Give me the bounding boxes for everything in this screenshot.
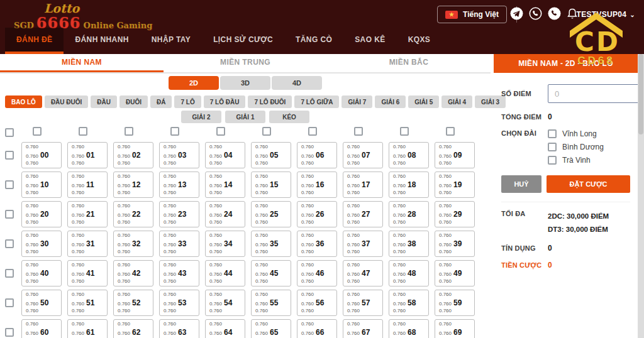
number-cell-43[interactable]: 0.7600.760430.760 (159, 260, 199, 286)
language-selector-button[interactable]: ★ Tiếng Việt (437, 6, 507, 23)
row-checkbox-6[interactable] (5, 328, 14, 337)
number-cell-60[interactable]: 0.7600.760600.760 (21, 319, 62, 338)
number-cell-04[interactable]: 0.7600.760040.760 (205, 142, 245, 168)
number-cell-35[interactable]: 0.7600.760350.760 (251, 231, 291, 257)
bet-type-7-lô-giữa[interactable]: 7 LÔ GIỮA (294, 95, 339, 108)
dim-button-2d[interactable]: 2D (169, 76, 219, 90)
row-checkbox-3[interactable] (5, 239, 14, 248)
number-cell-22[interactable]: 0.7600.760220.760 (113, 201, 153, 227)
number-cell-33[interactable]: 0.7600.760330.760 (159, 231, 199, 257)
bet-type-7-lô[interactable]: 7 LÔ (174, 95, 201, 108)
bet-type-đầu-đuôi[interactable]: ĐẦU ĐUÔI (45, 95, 88, 108)
bet-type-giải-2[interactable]: GIẢI 2 (181, 111, 221, 123)
nav-tab-lịch-sử-cược[interactable]: LỊCH SỬ CƯỢC (202, 28, 284, 54)
number-cell-67[interactable]: 0.7600.760670.760 (343, 319, 383, 338)
row-checkbox-1[interactable] (5, 180, 14, 189)
number-cell-52[interactable]: 0.7600.760520.760 (113, 290, 153, 316)
nav-tab-sao-kê[interactable]: SAO KÊ (343, 28, 396, 54)
station-checkbox-trà-vinh[interactable] (548, 156, 557, 165)
number-cell-47[interactable]: 0.7600.760470.760 (343, 260, 383, 286)
region-tab-miền-bắc[interactable]: MIỀN BẮC (327, 54, 491, 72)
page-scrollbar[interactable] (638, 54, 644, 338)
number-cell-51[interactable]: 0.7600.760510.760 (67, 290, 108, 316)
row-checkbox-0[interactable] (5, 151, 14, 160)
station-checkbox-vĩnh-long[interactable] (548, 129, 557, 138)
column-checkbox-4[interactable] (216, 127, 225, 136)
bet-type-bao-lô[interactable]: BAO LÔ (5, 95, 42, 108)
viber-icon[interactable] (529, 7, 542, 20)
number-cell-64[interactable]: 0.7600.760640.760 (205, 319, 245, 338)
number-cell-24[interactable]: 0.7600.760240.760 (205, 201, 245, 227)
number-cell-69[interactable]: 0.7600.760690.760 (435, 319, 475, 338)
nav-tab-tăng-cò[interactable]: TĂNG CÒ (284, 28, 343, 54)
number-cell-40[interactable]: 0.7600.760400.760 (21, 260, 62, 286)
number-cell-19[interactable]: 0.7600.760190.760 (435, 172, 475, 198)
whatsapp-icon[interactable] (548, 7, 561, 20)
number-cell-57[interactable]: 0.7600.760570.760 (343, 290, 383, 316)
row-checkbox-4[interactable] (5, 269, 14, 278)
bet-type-giải-5[interactable]: GIẢI 5 (408, 95, 439, 108)
number-cell-27[interactable]: 0.7600.760270.760 (343, 201, 383, 227)
number-cell-58[interactable]: 0.7600.760580.760 (389, 290, 429, 316)
dim-button-4d[interactable]: 4D (272, 76, 322, 90)
telegram-icon[interactable] (510, 7, 523, 20)
number-cell-08[interactable]: 0.7600.760080.760 (389, 142, 429, 168)
number-cell-09[interactable]: 0.7600.760090.760 (435, 142, 475, 168)
bet-type-giải-7[interactable]: GIẢI 7 (341, 95, 372, 108)
station-checkbox-bình-dương[interactable] (548, 143, 557, 151)
bet-type-đuôi[interactable]: ĐUÔI (119, 95, 148, 108)
dim-button-3d[interactable]: 3D (220, 76, 270, 90)
number-cell-45[interactable]: 0.7600.760450.760 (251, 260, 291, 286)
number-cell-49[interactable]: 0.7600.760490.760 (435, 260, 475, 286)
number-cell-62[interactable]: 0.7600.760620.760 (113, 319, 153, 338)
number-cell-31[interactable]: 0.7600.760310.760 (67, 231, 108, 257)
number-cell-23[interactable]: 0.7600.760230.760 (159, 201, 199, 227)
number-cell-38[interactable]: 0.7600.760380.760 (389, 231, 429, 257)
column-checkbox-8[interactable] (400, 127, 409, 136)
nav-tab-đánh-nhanh[interactable]: ĐÁNH NHANH (64, 28, 140, 54)
number-cell-00[interactable]: 0.7600.760000.760 (21, 142, 62, 168)
number-cell-55[interactable]: 0.7600.760550.760 (251, 290, 291, 316)
bet-type-kéo[interactable]: KÉO (269, 111, 309, 123)
bet-type-giải-4[interactable]: GIẢI 4 (441, 95, 472, 108)
number-cell-16[interactable]: 0.7600.760160.760 (297, 172, 337, 198)
number-cell-44[interactable]: 0.7600.760440.760 (205, 260, 245, 286)
number-cell-30[interactable]: 0.7600.760300.760 (21, 231, 62, 257)
number-cell-59[interactable]: 0.7600.760590.760 (435, 290, 475, 316)
number-cell-53[interactable]: 0.7600.760530.760 (159, 290, 199, 316)
column-checkbox-5[interactable] (262, 127, 271, 136)
number-cell-32[interactable]: 0.7600.760320.760 (113, 231, 153, 257)
number-cell-21[interactable]: 0.7600.760210.760 (67, 201, 108, 227)
number-cell-17[interactable]: 0.7600.760170.760 (343, 172, 383, 198)
column-checkbox-2[interactable] (125, 127, 133, 136)
column-checkbox-3[interactable] (170, 127, 179, 136)
number-cell-20[interactable]: 0.7600.760200.760 (21, 201, 62, 227)
points-input[interactable] (548, 84, 644, 103)
place-bet-button[interactable]: ĐẶT CƯỢC (547, 175, 630, 193)
select-all-checkbox[interactable] (5, 128, 14, 137)
number-cell-26[interactable]: 0.7600.760260.760 (297, 201, 337, 227)
number-cell-10[interactable]: 0.7600.760100.760 (21, 172, 62, 198)
column-checkbox-9[interactable] (446, 127, 455, 136)
number-cell-07[interactable]: 0.7600.760070.760 (343, 142, 383, 168)
bet-type-đầu[interactable]: ĐẦU (91, 95, 117, 108)
row-checkbox-5[interactable] (5, 298, 14, 307)
column-checkbox-0[interactable] (33, 127, 42, 136)
number-cell-42[interactable]: 0.7600.760420.760 (113, 260, 153, 286)
number-cell-28[interactable]: 0.7600.760280.760 (389, 201, 429, 227)
number-cell-12[interactable]: 0.7600.760120.760 (113, 172, 153, 198)
number-cell-06[interactable]: 0.7600.760060.760 (297, 142, 337, 168)
nav-tab-nhập-tay[interactable]: NHẬP TAY (140, 28, 202, 54)
number-cell-25[interactable]: 0.7600.760250.760 (251, 201, 291, 227)
number-cell-03[interactable]: 0.7600.760030.760 (159, 142, 199, 168)
column-checkbox-7[interactable] (354, 127, 363, 136)
number-cell-56[interactable]: 0.7600.760560.760 (297, 290, 337, 316)
number-cell-14[interactable]: 0.7600.760140.760 (205, 172, 245, 198)
number-cell-01[interactable]: 0.7600.760010.760 (67, 142, 108, 168)
bet-type-giải-1[interactable]: GIẢI 1 (225, 111, 265, 123)
bet-type-giải-6[interactable]: GIẢI 6 (375, 95, 406, 108)
number-cell-68[interactable]: 0.7600.760680.760 (389, 319, 429, 338)
number-cell-65[interactable]: 0.7600.760650.760 (251, 319, 291, 338)
number-cell-54[interactable]: 0.7600.760540.760 (205, 290, 245, 316)
number-cell-29[interactable]: 0.7600.760290.760 (435, 201, 475, 227)
